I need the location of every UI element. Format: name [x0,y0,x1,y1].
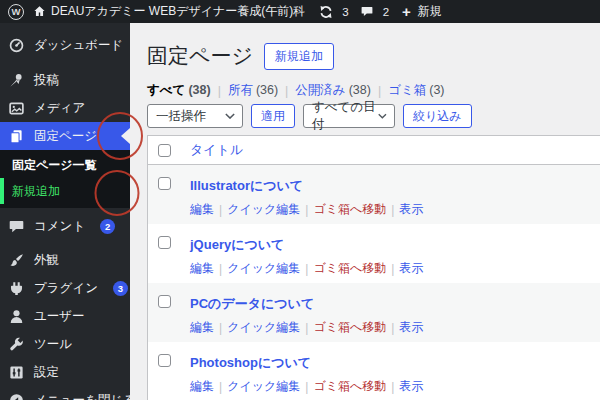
new-label: 新規 [418,3,442,20]
update-count: 3 [342,6,348,18]
comment-icon [360,5,374,18]
view-link[interactable]: 表示 [399,201,423,218]
sidebar-item-posts[interactable]: 投稿 [0,66,130,94]
table-row: jQueryについて 編集|クイック編集|ゴミ箱へ移動|表示 [148,224,600,283]
filter-label[interactable]: 公開済み [295,83,345,97]
page-row-title[interactable]: Photoshopについて [190,354,311,372]
view-link[interactable]: 表示 [399,378,423,395]
sidebar-item-label: 投稿 [34,72,59,89]
table-row: PCのデータについて 編集|クイック編集|ゴミ箱へ移動|表示 [148,283,600,342]
submenu-label: 新規追加 [12,183,60,200]
trash-link[interactable]: ゴミ箱へ移動 [313,319,386,336]
filter-label[interactable]: 所有 [228,83,253,97]
bulk-action-select[interactable]: 一括操作 [147,104,243,128]
new-content-button[interactable]: + 新規 [402,3,442,20]
sidebar-item-plugins[interactable]: プラグイン 3 [0,274,130,302]
filter-separator: | [285,84,288,98]
trash-link[interactable]: ゴミ箱へ移動 [313,378,386,395]
view-link[interactable]: 表示 [399,319,423,336]
row-actions: 編集|クイック編集|ゴミ箱へ移動|表示 [190,260,423,277]
update-icon [319,5,333,19]
row-checkbox[interactable] [158,236,171,249]
row-checkbox[interactable] [158,295,171,308]
comments-badge: 2 [100,219,115,234]
quick-edit-link[interactable]: クイック編集 [227,260,300,277]
site-name-link[interactable]: DEAUアカデミー WEBデザイナー養成(午前)科 [33,3,305,20]
submenu-item-add-new[interactable]: 新規追加 [0,178,130,204]
trash-link[interactable]: ゴミ箱へ移動 [313,201,386,218]
filter-separator: | [378,84,381,98]
edit-link[interactable]: 編集 [190,319,214,336]
comments-button[interactable]: 2 [360,5,389,18]
submenu-item-all-pages[interactable]: 固定ページ一覧 [0,152,130,178]
chevron-down-icon [378,113,387,119]
row-checkbox[interactable] [158,354,171,367]
plugin-icon [8,280,25,297]
sidebar-item-label: メニューを閉じる [34,392,136,400]
home-icon [33,5,46,18]
wordpress-logo-icon[interactable]: W [8,4,24,20]
filter-published[interactable]: 公開済み(38) [295,82,371,99]
page-title: 固定ページ [147,42,253,70]
filter-mine[interactable]: 所有(36) [228,82,278,99]
date-filter-select[interactable]: すべての日付 [303,104,395,128]
admin-bar: W DEAUアカデミー WEBデザイナー養成(午前)科 3 2 + 新規 [0,0,600,23]
sidebar-item-comments[interactable]: コメント 2 [0,212,130,240]
sidebar-item-dashboard[interactable]: ダッシュボード [0,31,130,59]
select-all-checkbox[interactable] [158,144,171,157]
site-name: DEAUアカデミー WEBデザイナー養成(午前)科 [51,3,305,20]
sidebar-item-label: ツール [34,336,72,353]
pages-icon [8,128,25,145]
filter-count: (3) [429,83,444,97]
sidebar-item-media[interactable]: メディア [0,94,130,122]
filter-label[interactable]: ゴミ箱 [388,83,426,97]
edit-link[interactable]: 編集 [190,260,214,277]
sidebar-item-label: メディア [34,100,85,117]
collapse-menu-button[interactable]: メニューを閉じる [0,386,130,400]
bulk-action-value: 一括操作 [156,108,206,125]
sidebar-item-label: コメント [34,218,85,235]
filter-trash[interactable]: ゴミ箱(3) [388,82,444,99]
sidebar-item-appearance[interactable]: 外観 [0,246,130,274]
edit-link[interactable]: 編集 [190,201,214,218]
page-row-title[interactable]: PCのデータについて [190,295,314,313]
admin-menu: ダッシュボード 投稿 メディア 固定ページ 固定ページ一覧 新規追加 [0,23,130,400]
title-column-header[interactable]: タイトル [190,141,243,159]
updates-button[interactable]: 3 [319,5,348,19]
wrench-icon [8,336,25,353]
current-menu-arrow [121,128,130,144]
row-actions: 編集|クイック編集|ゴミ箱へ移動|表示 [190,319,423,336]
view-link[interactable]: 表示 [399,260,423,277]
quick-edit-link[interactable]: クイック編集 [227,378,300,395]
filter-all[interactable]: すべて(38) [147,82,211,99]
page-row-title[interactable]: jQueryについて [190,236,284,254]
pages-submenu: 固定ページ一覧 新規追加 [0,150,130,208]
edit-link[interactable]: 編集 [190,378,214,395]
apply-button[interactable]: 適用 [251,104,295,128]
appearance-brush-icon [8,252,25,269]
sidebar-item-users[interactable]: ユーザー [0,302,130,330]
trash-link[interactable]: ゴミ箱へ移動 [313,260,386,277]
filter-separator: | [218,84,221,98]
page-row-title[interactable]: Illustratorについて [190,177,303,195]
filter-button[interactable]: 絞り込み [403,104,472,128]
sidebar-item-label: ユーザー [34,308,85,325]
sidebar-item-settings[interactable]: 設定 [0,358,130,386]
add-new-page-button[interactable]: 新規追加 [264,43,334,70]
sidebar-item-label: ダッシュボード [34,37,123,54]
table-header-row: タイトル [148,136,600,165]
sidebar-item-tools[interactable]: ツール [0,330,130,358]
sidebar-item-pages[interactable]: 固定ページ [0,122,130,150]
row-checkbox[interactable] [158,177,171,190]
row-actions: 編集|クイック編集|ゴミ箱へ移動|表示 [190,378,423,395]
comment-count: 2 [383,6,389,18]
quick-edit-link[interactable]: クイック編集 [227,201,300,218]
pushpin-icon [8,72,25,89]
row-actions: 編集|クイック編集|ゴミ箱へ移動|表示 [190,201,423,218]
date-filter-value: すべての日付 [312,99,378,133]
plugins-badge: 3 [113,281,128,296]
list-toolbar: 一括操作 適用 すべての日付 絞り込み [147,104,600,128]
quick-edit-link[interactable]: クイック編集 [227,319,300,336]
filter-count: (38) [188,83,210,97]
media-icon [8,100,25,117]
